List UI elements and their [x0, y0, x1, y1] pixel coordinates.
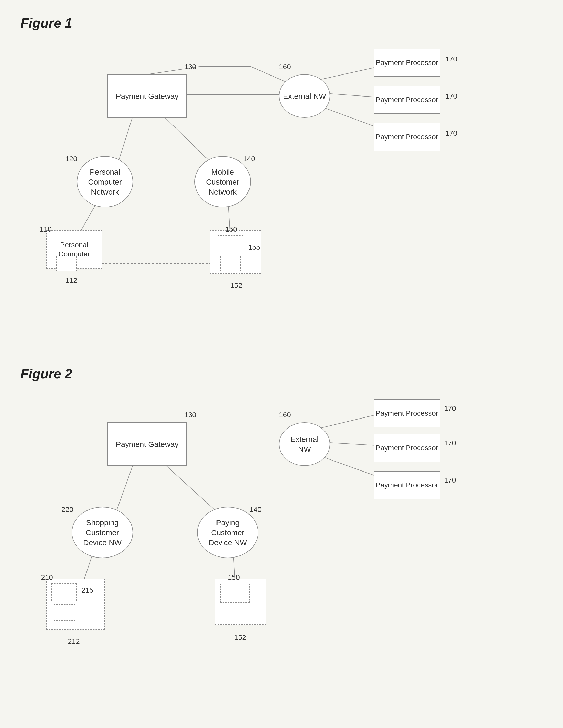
figure-2-diagram: Payment Gateway External NW Payment Proc…: [20, 392, 507, 686]
ref-110: 110: [40, 225, 52, 233]
shopping-customer-circle: Shopping Customer Device NW: [72, 507, 133, 558]
device-box-112: [56, 256, 77, 271]
figure-2-title: Figure 2: [20, 366, 543, 381]
payment-processor-box-2c: Payment Processor: [374, 471, 440, 499]
figure-1-title: Figure 1: [20, 15, 543, 31]
pp-label-2b: Payment Processor: [376, 443, 438, 453]
svg-line-5: [164, 116, 215, 166]
pp-label-2c: Payment Processor: [376, 480, 438, 490]
figure-1-diagram: Payment Gateway External NW Payment Proc…: [20, 41, 507, 335]
svg-line-16: [115, 465, 133, 515]
pp-label-1b: Payment Processor: [376, 95, 438, 104]
inner-device-box-150: [220, 584, 250, 603]
svg-line-13: [312, 415, 376, 430]
paying-customer-circle: Paying Customer Device NW: [197, 507, 258, 558]
ref-150: 150: [225, 225, 237, 233]
ref-112: 112: [65, 276, 77, 285]
payment-processor-box-2a: Payment Processor: [374, 399, 440, 427]
ref2-150: 150: [228, 573, 240, 582]
figure-1-section: Figure 1: [20, 15, 543, 335]
ref2-152: 152: [234, 634, 246, 642]
payment-gateway-box-2: Payment Gateway: [107, 422, 187, 466]
ref2-210: 210: [41, 573, 53, 582]
ref2-170c: 170: [444, 476, 456, 484]
pc-network-label: Personal Computer Network: [88, 167, 122, 197]
payment-processor-box-1b: Payment Processor: [374, 86, 440, 114]
ref2-160: 160: [279, 411, 291, 419]
inner-device-box-155b: [220, 256, 241, 271]
ref2-130: 130: [184, 411, 196, 419]
ref-160: 160: [279, 63, 291, 71]
mobile-network-label: Mobile Customer Network: [206, 167, 239, 197]
ref-152: 152: [230, 282, 242, 290]
inner-device-box-215: [51, 583, 77, 601]
payment-gateway-label-1: Payment Gateway: [116, 91, 178, 101]
payment-processor-box-2b: Payment Processor: [374, 434, 440, 462]
inner-device-box-150b: [223, 607, 244, 622]
ref2-220: 220: [61, 506, 73, 514]
external-nw-circle-2: External NW: [279, 422, 330, 466]
page: Figure 1: [0, 0, 563, 728]
ref2-170a: 170: [444, 404, 456, 413]
ref-120: 120: [65, 155, 77, 163]
ref-170a: 170: [445, 55, 457, 63]
payment-processor-box-1c: Payment Processor: [374, 123, 440, 151]
inner-device-box-215b: [54, 604, 75, 621]
shopping-customer-label: Shopping Customer Device NW: [83, 518, 122, 548]
payment-processor-box-1a: Payment Processor: [374, 49, 440, 77]
inner-device-box-155: [218, 235, 243, 253]
pp-label-2a: Payment Processor: [376, 409, 438, 418]
ref-170c: 170: [445, 129, 457, 137]
pc-network-circle: Personal Computer Network: [77, 156, 133, 207]
ref-140: 140: [243, 155, 255, 163]
figure-2-section: Figure 2 Pay: [20, 366, 543, 686]
pp-label-1a: Payment Processor: [376, 58, 438, 67]
external-nw-label-2: External NW: [290, 434, 319, 454]
ref-130: 130: [184, 63, 196, 71]
svg-line-4: [118, 115, 133, 164]
ref-155: 155: [248, 243, 260, 251]
pp-label-1c: Payment Processor: [376, 132, 438, 142]
mobile-network-circle: Mobile Customer Network: [194, 156, 251, 207]
payment-gateway-box-1: Payment Gateway: [107, 74, 187, 118]
external-nw-label-1: External NW: [283, 91, 326, 101]
ref2-212: 212: [68, 637, 80, 646]
ref2-140: 140: [250, 506, 262, 514]
ref-170b: 170: [445, 92, 457, 100]
ref2-170b: 170: [444, 439, 456, 447]
ref2-215: 215: [81, 586, 93, 594]
external-nw-circle-1: External NW: [279, 74, 330, 118]
paying-customer-label: Paying Customer Device NW: [209, 518, 247, 548]
payment-gateway-label-2: Payment Gateway: [116, 439, 178, 449]
